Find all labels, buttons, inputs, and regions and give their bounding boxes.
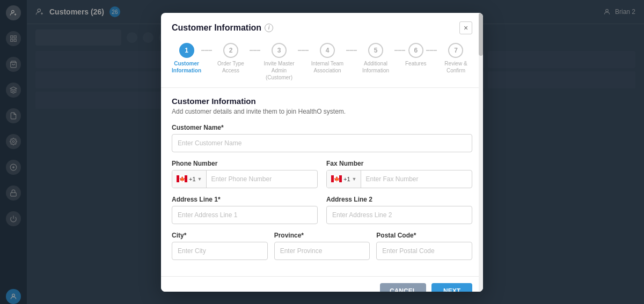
fax-number-group: Fax Number 🍁 +1 ▼ xyxy=(326,160,472,188)
fax-dropdown-arrow: ▼ xyxy=(352,176,357,182)
phone-fax-row: Phone Number 🍁 +1 xyxy=(172,160,472,188)
address-line1-label: Address Line 1* xyxy=(172,196,318,203)
postal-code-label: Postal Code* xyxy=(376,232,472,239)
step-7-circle: 7 xyxy=(448,43,463,58)
postal-code-input[interactable] xyxy=(376,242,472,260)
province-input[interactable] xyxy=(274,242,370,260)
phone-input-wrapper: 🍁 +1 ▼ xyxy=(172,170,318,188)
modal-divider xyxy=(161,87,483,88)
step-2-circle: 2 xyxy=(223,43,238,58)
modal-header: Customer Information i × xyxy=(161,13,483,34)
close-button[interactable]: × xyxy=(459,21,472,34)
connector-3-4 xyxy=(298,50,309,51)
step-6-circle: 6 xyxy=(408,43,423,58)
connector-6-7 xyxy=(426,50,437,51)
address-line2-label: Address Line 2 xyxy=(326,196,472,203)
address-line2-input[interactable] xyxy=(326,206,472,224)
customer-name-label: Customer Name* xyxy=(172,124,472,131)
address-row: Address Line 1* Address Line 2 xyxy=(172,196,472,224)
step-3-label: Invite Master Admin (Customer) xyxy=(260,60,298,81)
section-desc: Add customer details and invite them to … xyxy=(172,108,472,115)
step-6-label: Features xyxy=(405,60,426,67)
step-5[interactable]: 5 Additional Information xyxy=(357,43,394,74)
phone-number-label: Phone Number xyxy=(172,160,318,167)
svg-text:🍁: 🍁 xyxy=(334,176,340,182)
phone-number-group: Phone Number 🍁 +1 xyxy=(172,160,318,188)
fax-number-label: Fax Number xyxy=(326,160,472,167)
connector-5-6 xyxy=(394,50,405,51)
fax-flag-select[interactable]: 🍁 +1 ▼ xyxy=(327,170,361,188)
step-2-label: Order Type Access xyxy=(212,60,250,74)
fax-number-input[interactable] xyxy=(361,175,472,183)
step-4[interactable]: 4 Internal Team Association xyxy=(309,43,346,74)
city-label: City* xyxy=(172,232,268,239)
city-input[interactable] xyxy=(172,242,268,260)
city-group: City* xyxy=(172,232,268,260)
step-3[interactable]: 3 Invite Master Admin (Customer) xyxy=(260,43,298,81)
phone-flag-select[interactable]: 🍁 +1 ▼ xyxy=(172,170,207,188)
svg-rect-18 xyxy=(185,175,187,182)
connector-2-3 xyxy=(250,50,260,51)
section-title: Customer Information xyxy=(172,97,472,106)
province-label: Province* xyxy=(274,232,370,239)
step-1-circle: 1 xyxy=(179,43,194,58)
info-icon[interactable]: i xyxy=(265,24,273,32)
modal-scrollbar xyxy=(479,13,483,292)
step-7[interactable]: 7 Review & Confirm xyxy=(437,43,474,74)
svg-rect-22 xyxy=(339,175,342,182)
step-4-label: Internal Team Association xyxy=(309,60,346,74)
step-1[interactable]: 1 CustomerInformation xyxy=(172,43,201,74)
stepper: 1 CustomerInformation 2 Order Type Acces… xyxy=(161,34,483,87)
modal-title-container: Customer Information i xyxy=(172,23,273,33)
modal-body: Customer Information Add customer detail… xyxy=(161,97,483,276)
step-1-label: CustomerInformation xyxy=(172,60,201,74)
cancel-button[interactable]: CANCEL xyxy=(380,283,426,292)
fax-input-wrapper: 🍁 +1 ▼ xyxy=(326,170,472,188)
city-province-postal-row: City* Province* Postal Code* xyxy=(172,232,472,260)
customer-name-group: Customer Name* xyxy=(172,124,472,152)
connector-4-5 xyxy=(346,50,357,51)
modal-footer: CANCEL NEXT xyxy=(161,276,483,292)
step-3-circle: 3 xyxy=(272,43,287,58)
step-2[interactable]: 2 Order Type Access xyxy=(212,43,250,74)
modal-scrollbar-thumb xyxy=(479,13,483,56)
province-group: Province* xyxy=(274,232,370,260)
phone-number-input[interactable] xyxy=(207,175,317,183)
postal-code-group: Postal Code* xyxy=(376,232,472,260)
customer-name-input[interactable] xyxy=(172,134,472,152)
svg-text:🍁: 🍁 xyxy=(179,176,186,182)
step-7-label: Review & Confirm xyxy=(437,60,474,74)
step-5-label: Additional Information xyxy=(357,60,394,74)
address-line1-input[interactable] xyxy=(172,206,318,224)
connector-1-2 xyxy=(201,50,212,51)
canada-flag-phone: 🍁 xyxy=(177,175,187,182)
modal-overlay: Customer Information i × 1 CustomerInfor… xyxy=(0,0,644,304)
address-line2-group: Address Line 2 xyxy=(326,196,472,224)
modal-title-text: Customer Information xyxy=(172,23,261,33)
phone-dropdown-arrow: ▼ xyxy=(197,176,202,182)
step-6[interactable]: 6 Features xyxy=(405,43,426,67)
address-line1-group: Address Line 1* xyxy=(172,196,318,224)
step-4-circle: 4 xyxy=(320,43,335,58)
next-button[interactable]: NEXT xyxy=(431,283,472,292)
canada-flag-fax: 🍁 xyxy=(331,175,342,182)
customer-information-modal: Customer Information i × 1 CustomerInfor… xyxy=(161,13,483,292)
step-5-circle: 5 xyxy=(368,43,383,58)
